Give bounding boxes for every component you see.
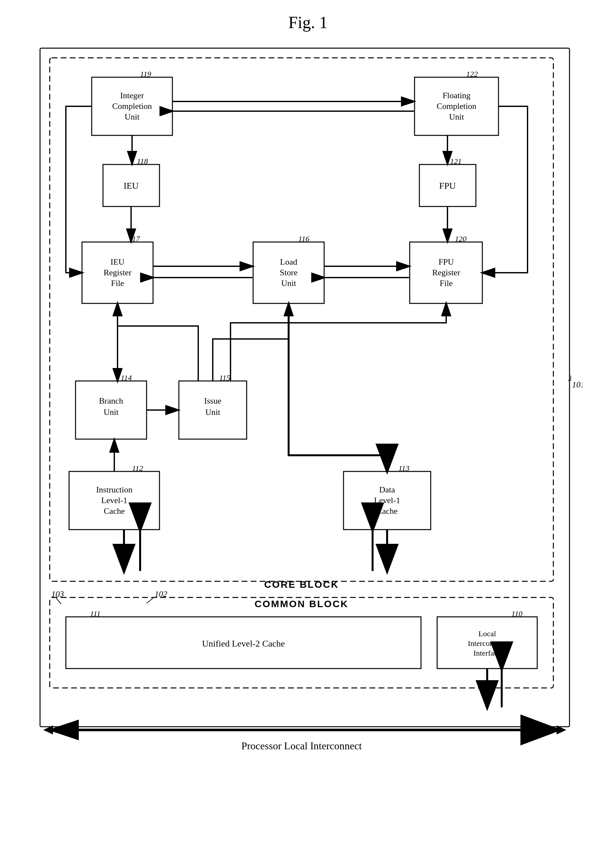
svg-text:119: 119 [140,70,151,78]
diagram-svg: 101 ┘ CORE BLOCK COMMON BLOCK 102 103 In… [34,42,582,778]
svg-text:Interface: Interface [473,649,501,657]
svg-text:Register: Register [432,268,461,277]
svg-text:FPU: FPU [439,181,456,191]
svg-text:FPU: FPU [439,257,454,266]
svg-text:110: 110 [511,609,522,618]
svg-text:101: 101 [572,380,582,390]
svg-text:116: 116 [298,235,309,243]
svg-text:┘: ┘ [568,375,573,384]
svg-text:Processor Local Interconnect: Processor Local Interconnect [241,740,362,751]
svg-text:COMMON BLOCK: COMMON BLOCK [255,598,349,609]
svg-text:122: 122 [466,70,478,78]
svg-text:Unit: Unit [205,407,220,417]
svg-text:File: File [440,278,453,288]
svg-text:IEU: IEU [110,257,125,266]
svg-line-15 [56,598,61,604]
svg-text:File: File [111,278,124,288]
svg-text:112: 112 [132,464,143,472]
svg-text:CORE BLOCK: CORE BLOCK [264,579,339,590]
svg-text:Load: Load [280,257,297,266]
svg-text:Unified Level-2 Cache: Unified Level-2 Cache [202,638,285,648]
svg-text:Unit: Unit [104,407,119,417]
svg-text:Local: Local [478,629,496,638]
svg-text:Floating: Floating [443,91,471,100]
svg-text:IEU: IEU [124,181,139,191]
svg-text:Register: Register [104,268,132,277]
svg-text:Integer: Integer [120,91,144,100]
svg-text:Completion: Completion [112,101,152,111]
svg-text:Interconnect: Interconnect [468,639,506,647]
svg-text:115: 115 [219,373,230,382]
svg-text:111: 111 [90,609,100,618]
svg-text:Unit: Unit [281,278,296,288]
svg-text:Level-1: Level-1 [101,496,128,505]
svg-text:Completion: Completion [437,101,477,111]
svg-text:Data: Data [379,485,395,494]
svg-text:114: 114 [121,373,132,382]
svg-text:Cache: Cache [377,506,398,516]
svg-text:Issue: Issue [204,396,221,406]
svg-text:118: 118 [137,157,148,165]
svg-text:113: 113 [398,464,409,472]
page-title: Fig. 1 [288,13,327,32]
svg-text:Instruction: Instruction [96,485,133,494]
svg-text:102: 102 [155,590,167,599]
svg-line-13 [147,598,153,603]
svg-text:Store: Store [280,268,298,277]
svg-text:103: 103 [51,590,64,599]
svg-text:Branch: Branch [99,396,123,406]
svg-text:Level-1: Level-1 [374,496,400,505]
svg-text:121: 121 [450,157,462,165]
svg-text:Unit: Unit [125,112,140,122]
svg-text:Cache: Cache [104,506,125,516]
svg-text:Unit: Unit [449,112,464,122]
svg-text:120: 120 [455,235,466,243]
